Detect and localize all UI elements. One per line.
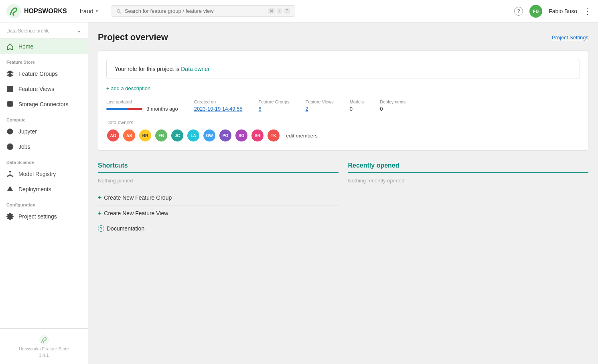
profile-chevron-icon: ⌄ <box>77 27 81 34</box>
avatar-jc[interactable]: JC <box>170 129 184 142</box>
role-value[interactable]: Data owner <box>181 66 210 72</box>
profile-selector[interactable]: Data Science profile ⌄ <box>0 22 88 39</box>
avatar-fb[interactable]: FB <box>154 129 168 142</box>
shortcut-label-1: Create New Feature Group <box>104 194 172 201</box>
deployments-stat-label: Deployments <box>380 99 405 104</box>
search-icon <box>116 8 122 14</box>
feature-views-stat-label: Feature Views <box>306 99 334 104</box>
version-label: 3.4.1 <box>39 353 49 358</box>
sidebar-item-project-settings[interactable]: Project settings <box>0 209 88 224</box>
section-label-data-science: Data Science <box>0 154 88 166</box>
sidebar-item-feature-views[interactable]: Feature Views <box>0 81 88 97</box>
sidebar-item-jobs-label: Jobs <box>18 144 30 150</box>
kbd-cmd: ⌘ <box>268 8 275 14</box>
shortcut-documentation[interactable]: ? Documentation <box>98 221 339 236</box>
jupyter-icon <box>6 128 14 135</box>
role-text: Your role for this project is <box>115 66 179 72</box>
sidebar-item-model-registry-label: Model Registry <box>18 171 56 177</box>
project-settings-link[interactable]: Project Settings <box>552 34 588 40</box>
shortcut-create-feature-group[interactable]: + Create New Feature Group <box>98 190 339 206</box>
home-icon <box>6 43 14 50</box>
feature-views-icon <box>6 85 14 93</box>
feature-groups-stat-value[interactable]: 6 <box>259 106 290 112</box>
project-selector[interactable]: fraud ▾ <box>77 6 101 16</box>
svg-point-0 <box>6 4 21 18</box>
avatar-sg[interactable]: SG <box>235 129 248 142</box>
nothing-recently-opened-text: Nothing recently opened <box>348 178 589 184</box>
profile-text: Data Science profile <box>6 28 50 34</box>
kbd-p: P <box>284 8 290 14</box>
search-shortcut: ⌘ + P <box>268 8 290 14</box>
stat-models: Models 0 <box>350 99 364 112</box>
more-options-icon[interactable]: ⋮ <box>584 6 592 16</box>
user-avatar-nav: FB <box>529 5 542 18</box>
add-description-link[interactable]: + add a description <box>106 85 580 91</box>
sidebar-item-jobs[interactable]: Jobs <box>0 139 88 154</box>
created-on-value[interactable]: 2023-10-19 14:49:55 <box>194 106 243 112</box>
sidebar-item-home[interactable]: Home <box>0 39 88 54</box>
user-name: Fabio Buso <box>549 8 577 14</box>
shortcut-label-2: Create New Feature View <box>104 210 168 216</box>
progress-fill <box>106 108 142 110</box>
settings-icon <box>6 213 14 220</box>
avatar-tk[interactable]: TK <box>267 129 280 142</box>
hopsworks-bottom-logo-icon <box>39 335 49 345</box>
nav-right: ? FB Fabio Buso ⋮ <box>514 5 592 18</box>
progress-bar-wrap: 3 months ago <box>106 106 178 112</box>
feature-groups-stat-label: Feature Groups <box>259 99 290 104</box>
edit-members-link[interactable]: edit members <box>286 133 318 139</box>
stat-feature-groups: Feature Groups 6 <box>259 99 290 112</box>
sidebar-item-feature-groups[interactable]: Feature Groups <box>0 66 88 81</box>
sidebar-item-model-registry[interactable]: Model Registry <box>0 166 88 182</box>
progress-bar <box>106 108 142 110</box>
sidebar-item-storage-connectors-label: Storage Connectors <box>18 101 69 107</box>
sidebar-item-jupyter[interactable]: Jupyter <box>0 124 88 139</box>
stat-deployments: Deployments 0 <box>380 99 405 112</box>
sidebar-item-storage-connectors[interactable]: Storage Connectors <box>0 97 88 112</box>
chevron-down-icon: ▾ <box>96 9 98 13</box>
sidebar-item-home-label: Home <box>18 43 33 50</box>
two-column-section: Shortcuts Nothing pinned + Create New Fe… <box>98 162 588 236</box>
sidebar: Data Science profile ⌄ Home Feature Stor… <box>0 22 88 364</box>
section-label-configuration: Configuration <box>0 197 88 209</box>
layout: Data Science profile ⌄ Home Feature Stor… <box>0 22 598 364</box>
nothing-pinned-text: Nothing pinned <box>98 178 339 184</box>
feature-views-stat-value[interactable]: 2 <box>306 106 334 112</box>
avatar-la[interactable]: LA <box>186 129 200 142</box>
models-stat-label: Models <box>350 99 364 104</box>
role-card: Your role for this project is Data owner <box>106 59 580 79</box>
section-label-feature-store: Feature Store <box>0 54 88 66</box>
stat-feature-views: Feature Views 2 <box>306 99 334 112</box>
hopsworks-feature-store-label: Hopsworks Feature Store <box>19 346 69 351</box>
topnav: HOPSWORKS fraud ▾ ⌘ + P ? FB Fabio Buso … <box>0 0 598 22</box>
logo-area[interactable]: HOPSWORKS <box>6 4 67 18</box>
avatar-ow[interactable]: OW <box>203 129 216 142</box>
owners-row: AG AS BR FB JC LA OW PG SG SR TK edit me… <box>106 129 580 142</box>
shortcut-create-feature-view[interactable]: + Create New Feature View <box>98 206 339 221</box>
avatar-sr[interactable]: SR <box>251 129 264 142</box>
owners-section: Data owners AG AS BR FB JC LA OW PG SG S… <box>106 120 580 142</box>
main-content: Project overview Project Settings Your r… <box>88 22 598 364</box>
storage-connectors-icon <box>6 101 14 108</box>
deployments-stat-value: 0 <box>380 106 405 112</box>
avatar-br[interactable]: BR <box>138 129 152 142</box>
created-on-label: Created on <box>194 99 243 104</box>
months-ago: 3 months ago <box>146 106 178 112</box>
page-header: Project overview Project Settings <box>98 32 588 42</box>
kbd-plus: + <box>277 8 282 14</box>
models-stat-value: 0 <box>350 106 364 112</box>
help-icon[interactable]: ? <box>514 7 523 16</box>
last-updated-label: Last updated <box>106 99 178 104</box>
project-name: fraud <box>80 8 93 14</box>
shortcuts-title: Shortcuts <box>98 162 339 173</box>
sidebar-item-deployments[interactable]: Deployments <box>0 182 88 197</box>
logo-text: HOPSWORKS <box>24 8 67 15</box>
svg-point-8 <box>39 335 49 345</box>
search-input[interactable] <box>125 8 265 14</box>
avatar-pg[interactable]: PG <box>219 129 232 142</box>
avatar-ag[interactable]: AG <box>106 129 120 142</box>
shortcuts-section: Shortcuts Nothing pinned + Create New Fe… <box>98 162 339 236</box>
avatar-as[interactable]: AS <box>122 129 136 142</box>
search-bar: ⌘ + P <box>111 5 295 17</box>
sidebar-item-project-settings-label: Project settings <box>18 213 57 220</box>
